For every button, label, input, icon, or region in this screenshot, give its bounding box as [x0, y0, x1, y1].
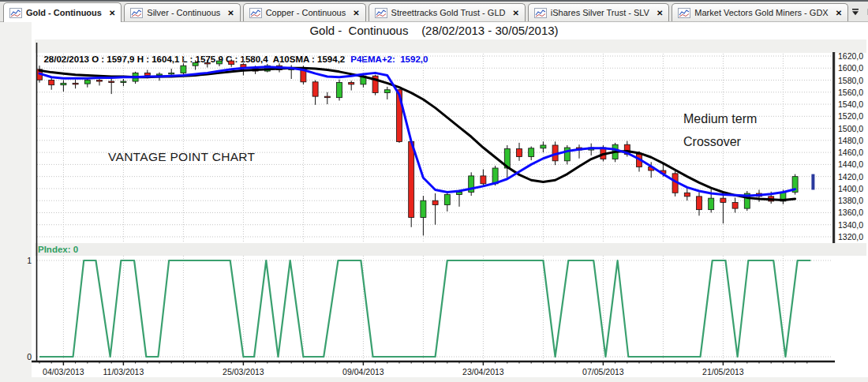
- tab-label: Silver - Continuous: [147, 8, 220, 17]
- close-tab-icon[interactable]: ✕: [657, 9, 663, 17]
- svg-text:23/04/2013: 23/04/2013: [462, 367, 504, 376]
- tab-label: Gold - Continuous: [26, 8, 102, 17]
- svg-text:1420,0: 1420,0: [838, 172, 863, 182]
- annotation-medium-term-crossover: Medium term Crossover: [683, 107, 757, 153]
- svg-text:1620,0: 1620,0: [838, 51, 863, 61]
- svg-text:09/04/2013: 09/04/2013: [342, 367, 384, 376]
- close-tab-icon[interactable]: ✕: [353, 9, 359, 17]
- svg-text:1540,0: 1540,0: [838, 99, 863, 109]
- tab-market-vectors-gold-miners-gdx[interactable]: Market Vectors Gold Miners - GDX ✕: [672, 3, 848, 21]
- svg-text:1520,0: 1520,0: [838, 111, 863, 121]
- svg-text:1480,0: 1480,0: [838, 136, 863, 145]
- chart-icon: [678, 8, 690, 18]
- svg-text:1560,0: 1560,0: [838, 88, 863, 97]
- close-tab-icon[interactable]: ✕: [836, 9, 842, 17]
- svg-text:1600,0: 1600,0: [838, 63, 863, 73]
- svg-text:1380,0: 1380,0: [838, 196, 863, 205]
- tab-scroll-controls: [851, 8, 868, 21]
- tab-ishares-silver-trust-slv[interactable]: iShares Silver Trust - SLV ✕: [528, 3, 670, 21]
- price-and-pindex-chart[interactable]: 1620,01600,01580,01560,01540,01520,01500…: [0, 0, 868, 382]
- tab-label: Streettracks Gold Trust - GLD: [391, 8, 506, 17]
- svg-text:1360,0: 1360,0: [838, 208, 863, 217]
- chart-icon: [9, 8, 22, 18]
- svg-text:1460,0: 1460,0: [838, 148, 863, 157]
- tab-silver-continuous[interactable]: Silver - Continuous ✕: [124, 3, 240, 21]
- svg-text:1500,0: 1500,0: [838, 124, 863, 133]
- svg-text:1580,0: 1580,0: [838, 76, 863, 85]
- annotation-vantage-point-chart: VANTAGE POINT CHART: [108, 150, 255, 164]
- tab-copper-continuous[interactable]: Copper - Continuous ✕: [243, 3, 366, 21]
- close-tab-icon[interactable]: ✕: [512, 9, 518, 17]
- svg-text:1320,0: 1320,0: [838, 232, 863, 242]
- tab-label: Market Vectors Gold Miners - GDX: [694, 8, 828, 17]
- close-tab-icon[interactable]: ✕: [109, 9, 115, 17]
- svg-text:1340,0: 1340,0: [838, 220, 863, 230]
- collapse-tab-list-icon[interactable]: [851, 8, 860, 16]
- tab-label: iShares Silver Trust - SLV: [551, 8, 649, 17]
- svg-text:25/03/2013: 25/03/2013: [223, 367, 264, 376]
- close-tab-icon[interactable]: ✕: [227, 9, 234, 17]
- chart-icon: [130, 8, 143, 18]
- chart-icon: [375, 8, 387, 18]
- svg-text:0: 0: [27, 352, 32, 361]
- chart-icon: [534, 8, 547, 18]
- trading-app-window: { "title": "Gold - Continuous (28/02/201…: [0, 0, 868, 382]
- tab-gold-continuous[interactable]: Gold - Continuous ✕: [3, 2, 122, 22]
- tab-label: Copper - Continuous: [266, 8, 346, 17]
- tab-bar: Gold - Continuous ✕ Silver - Continuous …: [0, 0, 868, 22]
- svg-text:21/05/2013: 21/05/2013: [702, 367, 744, 376]
- svg-text:1: 1: [27, 256, 32, 265]
- chart-icon: [249, 8, 262, 18]
- svg-text:1400,0: 1400,0: [838, 184, 863, 193]
- tab-streettracks-gold-trust-gld[interactable]: Streettracks Gold Trust - GLD ✕: [369, 3, 526, 21]
- svg-text:04/03/2013: 04/03/2013: [43, 367, 84, 376]
- svg-text:1440,0: 1440,0: [838, 159, 863, 169]
- svg-text:07/05/2013: 07/05/2013: [582, 367, 624, 376]
- svg-text:11/03/2013: 11/03/2013: [103, 367, 144, 376]
